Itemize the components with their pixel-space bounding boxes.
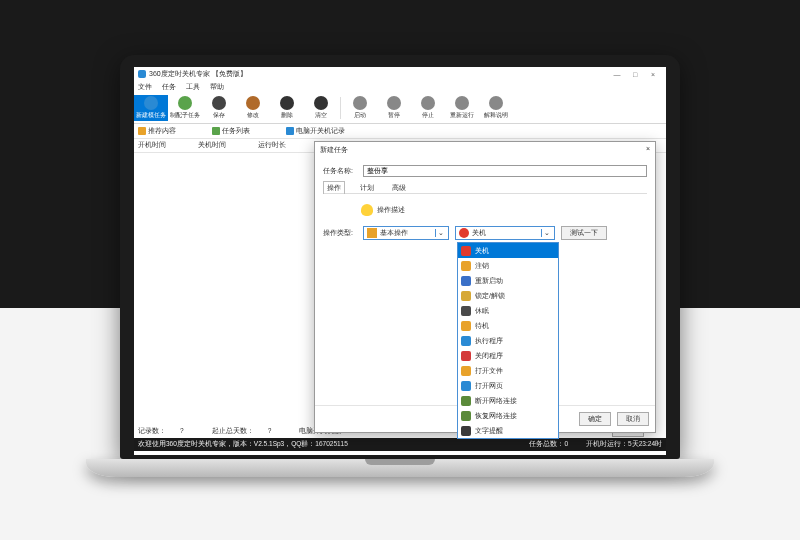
toolbar-10[interactable]: 解释说明 <box>479 95 513 121</box>
window-title: 360度定时关机专家 【免费版】 <box>149 69 608 79</box>
toolbar-4[interactable]: 删除 <box>270 95 304 121</box>
tab-plan[interactable]: 计划 <box>357 182 377 194</box>
laptop-frame: 360度定时关机专家 【免费版】 — □ × 文件 任务 工具 帮助 新建模任务… <box>120 55 680 477</box>
subbar-recommend[interactable]: 推荐内容 <box>138 126 194 136</box>
chevron-down-icon: ⌄ <box>435 229 445 237</box>
test-button[interactable]: 测试一下 <box>561 226 607 240</box>
tab-advanced[interactable]: 高级 <box>389 182 409 194</box>
action-dropdown: 关机注销重新启动锁定/解锁休眠待机执行程序关闭程序打开文件打开网页断开网络连接恢… <box>457 242 559 439</box>
toolbar-0[interactable]: 新建模任务 <box>134 95 168 121</box>
app-icon <box>138 70 146 78</box>
dialog-title: 新建任务 <box>320 145 646 155</box>
col-dur[interactable]: 运行时长 <box>258 141 318 150</box>
col-on[interactable]: 开机时间 <box>138 141 198 150</box>
toolbar-8[interactable]: 停止 <box>411 95 445 121</box>
menu-file[interactable]: 文件 <box>138 83 152 90</box>
footer-uptime: 开机时运行：5天23:24时 <box>586 440 662 447</box>
ok-button[interactable]: 确定 <box>579 412 611 426</box>
app-window: 360度定时关机专家 【免费版】 — □ × 文件 任务 工具 帮助 新建模任务… <box>134 67 666 455</box>
bulb-icon <box>361 204 373 216</box>
subbar-log[interactable]: 电脑开关机记录 <box>286 126 363 136</box>
status-days: 起止总天数：? <box>212 427 286 436</box>
dropdown-item-12[interactable]: 文字提醒 <box>458 423 558 438</box>
toolbar-9[interactable]: 重新运行 <box>445 95 479 121</box>
new-task-dialog: 新建任务 × 任务名称: 操作 计划 高级 <box>314 141 656 433</box>
action-combo[interactable]: 关机⌄ <box>455 226 555 240</box>
dialog-titlebar: 新建任务 × <box>315 142 655 158</box>
dropdown-item-3[interactable]: 锁定/解锁 <box>458 288 558 303</box>
toolbar-6[interactable]: 启动 <box>343 95 377 121</box>
category-combo[interactable]: 基本操作⌄ <box>363 226 449 240</box>
sub-toolbar: 推荐内容 任务列表 电脑开关机记录 <box>134 124 666 139</box>
type-label: 操作类型: <box>323 228 363 238</box>
tab-operation[interactable]: 操作 <box>323 181 345 194</box>
dropdown-item-4[interactable]: 休眠 <box>458 303 558 318</box>
toolbar-2[interactable]: 保存 <box>202 95 236 121</box>
menu-bar: 文件 任务 工具 帮助 <box>134 81 666 93</box>
dropdown-item-8[interactable]: 打开文件 <box>458 363 558 378</box>
dropdown-item-0[interactable]: 关机 <box>458 243 558 258</box>
dropdown-item-9[interactable]: 打开网页 <box>458 378 558 393</box>
col-off[interactable]: 关机时间 <box>198 141 258 150</box>
gear-icon <box>367 228 377 238</box>
dropdown-item-1[interactable]: 注销 <box>458 258 558 273</box>
close-button[interactable]: × <box>644 71 662 78</box>
menu-help[interactable]: 帮助 <box>210 83 224 90</box>
dropdown-item-5[interactable]: 待机 <box>458 318 558 333</box>
minimize-button[interactable]: — <box>608 71 626 78</box>
dropdown-item-6[interactable]: 执行程序 <box>458 333 558 348</box>
menu-tool[interactable]: 工具 <box>186 83 200 90</box>
task-name-input[interactable] <box>363 165 647 177</box>
menu-task[interactable]: 任务 <box>162 83 176 90</box>
dialog-close-button[interactable]: × <box>646 145 650 155</box>
power-icon <box>459 228 469 238</box>
dropdown-item-11[interactable]: 恢复网络连接 <box>458 408 558 423</box>
toolbar-5[interactable]: 清空 <box>304 95 338 121</box>
footer-bar: 欢迎使用360度定时关机专家，版本：V2.5.1Sp3，QQ群：16702511… <box>134 438 666 451</box>
dropdown-item-7[interactable]: 关闭程序 <box>458 348 558 363</box>
toolbar: 新建模任务制配子任务保存修改删除清空启动暂停停止重新运行解释说明 <box>134 93 666 124</box>
name-label: 任务名称: <box>323 166 363 176</box>
chevron-down-icon: ⌄ <box>541 229 551 237</box>
toolbar-7[interactable]: 暂停 <box>377 95 411 121</box>
dropdown-item-2[interactable]: 重新启动 <box>458 273 558 288</box>
status-records: 记录数：? <box>138 427 198 436</box>
subbar-tasklist[interactable]: 任务列表 <box>212 126 268 136</box>
footer-welcome: 欢迎使用360度定时关机专家，版本：V2.5.1Sp3，QQ群：16702511… <box>138 440 511 449</box>
toolbar-3[interactable]: 修改 <box>236 95 270 121</box>
operation-desc: 操作描述 <box>361 204 647 216</box>
dropdown-item-10[interactable]: 断开网络连接 <box>458 393 558 408</box>
maximize-button[interactable]: □ <box>626 71 644 78</box>
cancel-button[interactable]: 取消 <box>617 412 649 426</box>
title-bar: 360度定时关机专家 【免费版】 — □ × <box>134 67 666 81</box>
footer-tasks: 任务总数：0 <box>529 440 568 447</box>
toolbar-1[interactable]: 制配子任务 <box>168 95 202 121</box>
